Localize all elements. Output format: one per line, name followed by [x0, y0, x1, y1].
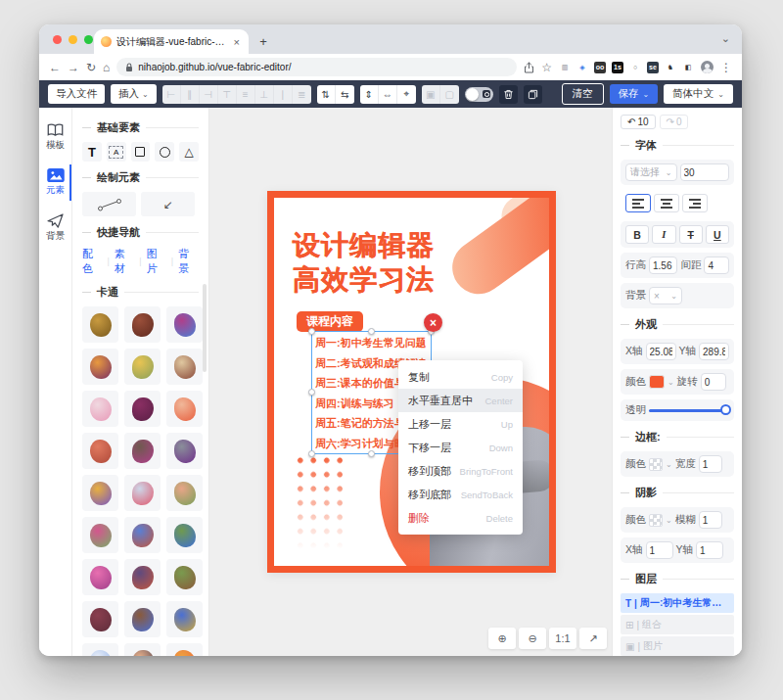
selection-handle[interactable] [368, 450, 375, 457]
rotate-input[interactable] [701, 373, 726, 391]
font-family-select[interactable]: 请选择 ⌄ [625, 163, 677, 181]
layer-row[interactable]: ⊞ | 组合 [621, 615, 734, 634]
add-text-tool[interactable]: T [82, 142, 102, 162]
clear-canvas-button[interactable]: 清空 [562, 83, 604, 105]
flip-tool-icon[interactable]: ⇆ [336, 85, 354, 104]
spacing-input[interactable] [704, 257, 729, 274]
context-menu-item[interactable]: 删除 Delete [398, 506, 523, 530]
tab-close-icon[interactable]: × [232, 36, 242, 48]
cartoon-item[interactable] [82, 391, 118, 427]
slider-knob[interactable] [720, 404, 731, 415]
context-menu-item[interactable]: 水平垂直居中 Center [398, 389, 523, 412]
cartoon-item[interactable] [124, 433, 161, 469]
add-rect-tool[interactable] [131, 142, 151, 162]
align-tool-icon[interactable]: ⊥ [255, 85, 274, 104]
lock-toggle[interactable] [465, 87, 493, 102]
align-tool-icon[interactable]: ⊤ [218, 85, 237, 104]
maximize-window-button[interactable] [84, 35, 93, 44]
border-width-input[interactable] [699, 455, 722, 473]
quick-link[interactable]: 背景 | [178, 247, 199, 276]
flip-tool-icon[interactable]: ⇅ [317, 85, 336, 104]
clone-button[interactable] [524, 85, 542, 104]
cartoon-item[interactable] [166, 643, 203, 656]
cartoon-item[interactable] [166, 559, 203, 595]
browser-menu-icon[interactable]: ⋮ [720, 61, 732, 74]
layer-row[interactable]: T | 周一:初中考生常见问... [621, 593, 734, 613]
quick-link[interactable]: 图片 | [146, 247, 173, 276]
context-menu-item[interactable]: 下移一层 Down [398, 436, 523, 459]
quick-link[interactable]: 素材 | [115, 247, 142, 276]
cartoon-item[interactable] [124, 475, 161, 511]
draw-line-tool[interactable] [82, 192, 136, 216]
quick-link[interactable]: 配色 | [82, 247, 110, 276]
close-window-button[interactable] [53, 35, 62, 44]
chevron-down-icon[interactable]: ⌄ [666, 516, 672, 525]
extension-icon[interactable]: ◈ [576, 62, 588, 73]
back-icon[interactable]: ← [49, 61, 61, 74]
align-tool-icon[interactable]: ∣ [274, 85, 293, 104]
context-menu-item[interactable]: 复制 Copy [398, 365, 523, 389]
cartoon-item[interactable] [82, 306, 118, 343]
context-menu-item[interactable]: 移到底部 SendToBack [398, 483, 523, 506]
shadow-y-input[interactable] [696, 541, 723, 559]
context-menu-item[interactable]: 上移一层 Up [398, 412, 523, 436]
cartoon-item[interactable] [82, 643, 118, 656]
undo-button[interactable]: ↶ 10 [621, 115, 656, 129]
group-tool-icon[interactable]: ▣ [422, 85, 440, 104]
text-style-button[interactable]: I [652, 225, 675, 244]
cartoon-item[interactable] [82, 475, 118, 511]
cartoon-item[interactable] [124, 643, 161, 656]
align-tool-icon[interactable]: ≡ [237, 85, 255, 104]
browser-tab[interactable]: 设计编辑器-vue-fabric-editor × [94, 29, 249, 54]
text-bg-select[interactable]: × ⌄ [649, 287, 682, 304]
tab-search-chevron-icon[interactable]: ⌄ [721, 32, 730, 45]
shadow-x-input[interactable] [646, 541, 673, 559]
text-style-button[interactable]: U [706, 225, 729, 244]
blur-input[interactable] [699, 511, 722, 529]
center-tool-icon[interactable]: ⇕ [360, 85, 379, 104]
insert-dropdown-button[interactable]: 插入 ⌄ [111, 84, 157, 104]
save-dropdown-button[interactable]: 保存 ⌄ [610, 84, 659, 104]
chevron-down-icon[interactable]: ⌄ [666, 460, 672, 469]
align-tool-icon[interactable]: ⊣ [200, 85, 218, 104]
opacity-slider[interactable] [649, 409, 729, 412]
align-tool-icon[interactable]: ⊢ [162, 85, 181, 104]
extension-icon[interactable]: ○ [629, 62, 641, 73]
bookmark-star-icon[interactable]: ☆ [541, 61, 552, 74]
profile-avatar[interactable] [701, 61, 714, 73]
home-icon[interactable]: ⌂ [103, 61, 110, 74]
forward-icon[interactable]: → [68, 61, 79, 74]
cartoon-item[interactable] [82, 601, 118, 637]
align-center-button[interactable] [654, 194, 679, 212]
delete-button[interactable] [499, 85, 518, 104]
import-file-button[interactable]: 导入文件 [48, 84, 105, 104]
chevron-down-icon[interactable]: ⌄ [668, 378, 674, 387]
cartoon-item[interactable] [166, 349, 203, 385]
center-tool-icon[interactable]: ⌖ [397, 85, 416, 104]
align-left-button[interactable] [625, 194, 651, 212]
add-circle-tool[interactable] [155, 142, 174, 162]
cartoon-item[interactable] [166, 517, 203, 553]
extension-icon[interactable]: ▥ [559, 62, 571, 73]
align-right-button[interactable] [682, 194, 708, 212]
border-color-swatch[interactable] [649, 458, 663, 471]
cartoon-item[interactable] [124, 517, 161, 553]
address-input[interactable]: nihaojob.github.io/vue-fabric-editor/ [116, 58, 517, 76]
cartoon-item[interactable] [166, 601, 203, 637]
text-style-button[interactable]: T [679, 225, 703, 244]
minimize-window-button[interactable] [69, 35, 77, 44]
cartoon-item[interactable] [82, 559, 118, 595]
selection-handle[interactable] [308, 389, 315, 396]
zoom-control-button[interactable]: ↗ [579, 628, 607, 649]
fill-color-swatch[interactable] [649, 375, 665, 389]
cartoon-item[interactable] [124, 601, 161, 637]
new-tab-button[interactable]: + [253, 30, 274, 52]
extension-icon[interactable]: 1s [612, 62, 623, 73]
context-menu-item[interactable]: 移到顶部 BringToFront [398, 459, 523, 483]
cartoon-item[interactable] [124, 559, 161, 595]
add-triangle-tool[interactable]: △ [179, 142, 199, 162]
cartoon-item[interactable] [166, 475, 203, 511]
x-input[interactable] [646, 343, 676, 360]
selection-handle[interactable] [308, 450, 315, 457]
extension-icon[interactable]: ♞ [665, 62, 676, 73]
